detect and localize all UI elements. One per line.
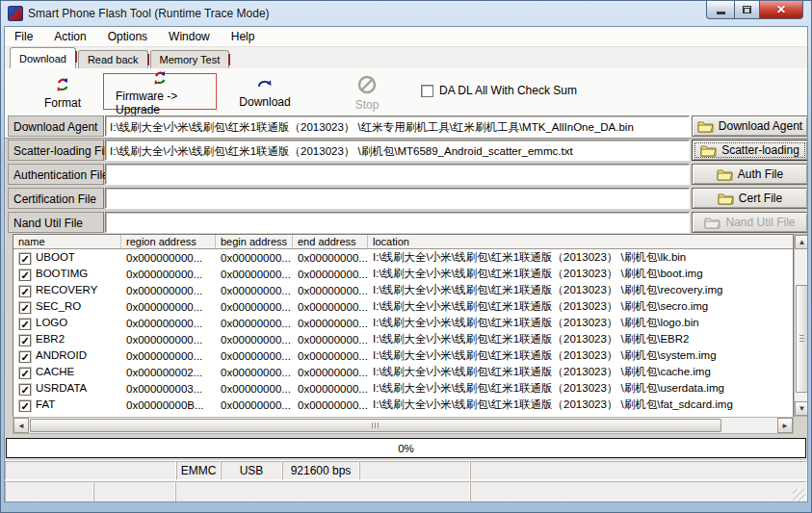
table-row-usrdata[interactable]: ✓USRDATA 0x000000003... 0x00000000... 0x… bbox=[13, 380, 793, 397]
status-cell-empty bbox=[175, 481, 470, 502]
row-checkbox[interactable]: ✓ bbox=[19, 302, 31, 314]
row-checkbox[interactable]: ✓ bbox=[19, 335, 31, 346]
scatter-loading-button[interactable]: Scatter-loading bbox=[692, 140, 808, 161]
row-checkbox[interactable]: ✓ bbox=[19, 368, 31, 379]
begin-address: 0x00000000... bbox=[216, 269, 293, 280]
menu-options[interactable]: Options bbox=[108, 30, 147, 43]
region-address: 0x000000000... bbox=[121, 301, 216, 313]
partition-name: LOGO bbox=[36, 317, 67, 328]
status-storage-type: EMMC bbox=[176, 461, 221, 480]
download-button[interactable]: Download bbox=[221, 74, 309, 113]
cert-file-label: Certification File bbox=[8, 188, 104, 209]
download-agent-button[interactable]: Download Agent bbox=[692, 115, 808, 137]
end-address: 0x00000000... bbox=[293, 350, 368, 362]
checksum-option[interactable]: DA DL All With Check Sum bbox=[421, 84, 577, 97]
end-address: 0x00000000... bbox=[293, 334, 368, 346]
region-address: 0x000000000... bbox=[121, 252, 216, 264]
table-row-uboot[interactable]: ✓UBOOT 0x000000000... 0x00000000... 0x00… bbox=[13, 249, 793, 266]
check-icon: ✓ bbox=[20, 302, 29, 314]
region-address: 0x000000000... bbox=[121, 318, 216, 329]
vertical-scrollbar[interactable]: ▲ ▼ bbox=[794, 234, 808, 417]
menu-help[interactable]: Help bbox=[231, 30, 255, 43]
col-location[interactable]: location bbox=[368, 235, 793, 248]
table-row-cache[interactable]: ✓CACHE 0x000000002... 0x00000000... 0x00… bbox=[13, 364, 793, 380]
menu-file[interactable]: File bbox=[14, 30, 33, 43]
firmware-upgrade-icon bbox=[152, 70, 168, 86]
col-name[interactable]: name bbox=[13, 235, 121, 248]
begin-address: 0x00000000... bbox=[216, 301, 293, 313]
auth-file-button[interactable]: Auth File bbox=[692, 164, 808, 185]
scroll-down-arrow-icon[interactable]: ▼ bbox=[795, 401, 808, 416]
cert-file-button[interactable]: Cert File bbox=[692, 188, 808, 209]
scroll-left-arrow-icon[interactable]: ◄ bbox=[13, 418, 29, 433]
table-row-bootimg[interactable]: ✓BOOTIMG 0x000000000... 0x00000000... 0x… bbox=[13, 266, 793, 282]
progress-bar: 0% bbox=[6, 438, 806, 458]
end-address: 0x00000000... bbox=[293, 318, 368, 329]
status-bar-secondary bbox=[5, 480, 807, 502]
checksum-checkbox[interactable] bbox=[421, 85, 433, 97]
row-checkbox[interactable]: ✓ bbox=[19, 286, 31, 297]
tab-divider bbox=[147, 54, 149, 65]
nand-util-button[interactable]: Nand Util File bbox=[692, 212, 808, 233]
status-cell-empty bbox=[359, 461, 470, 480]
folder-icon bbox=[718, 192, 734, 205]
nand-util-label: Nand Util File bbox=[8, 212, 104, 233]
nand-util-field[interactable] bbox=[105, 212, 690, 233]
location: I:\线刷大全\小米\线刷包\红米1联通版（2013023） \刷机包\fat_… bbox=[368, 398, 793, 412]
tab-download[interactable]: Download bbox=[10, 47, 76, 68]
table-row-android[interactable]: ✓ANDROID 0x000000000... 0x00000000... 0x… bbox=[13, 347, 793, 364]
stop-button[interactable]: Stop bbox=[323, 74, 411, 113]
tab-strip: Download Read back Memory Test bbox=[5, 47, 807, 68]
close-button[interactable]: ✕ bbox=[760, 1, 803, 19]
cert-file-field[interactable] bbox=[105, 188, 690, 209]
tab-memory-test[interactable]: Memory Test bbox=[150, 50, 230, 68]
row-checkbox[interactable]: ✓ bbox=[19, 400, 31, 412]
client-area: File Action Options Window Help Download… bbox=[4, 26, 808, 502]
row-checkbox[interactable]: ✓ bbox=[19, 269, 31, 281]
table-row-fat[interactable]: ✓FAT 0x00000000B... 0x00000000... 0x0000… bbox=[13, 397, 793, 413]
title-bar[interactable]: Smart Phone Flash Tool (Runtime Trace Mo… bbox=[1, 1, 811, 26]
folder-icon bbox=[700, 144, 717, 157]
horizontal-scrollbar[interactable]: ◄ ► bbox=[13, 417, 794, 434]
table-row-ebr2[interactable]: ✓EBR2 0x000000000... 0x00000000... 0x000… bbox=[13, 331, 793, 347]
end-address: 0x00000000... bbox=[293, 383, 368, 395]
format-icon bbox=[55, 77, 70, 92]
scroll-up-arrow-icon[interactable]: ▲ bbox=[795, 235, 808, 249]
vertical-scroll-thumb[interactable] bbox=[796, 285, 808, 393]
auth-file-field[interactable] bbox=[105, 164, 690, 185]
location: I:\线刷大全\小米\线刷包\红米1联通版（2013023） \刷机包\EBR2 bbox=[368, 332, 793, 346]
begin-address: 0x00000000... bbox=[216, 285, 293, 296]
row-checkbox[interactable]: ✓ bbox=[19, 253, 31, 265]
table-row-sec-ro[interactable]: ✓SEC_RO 0x000000000... 0x00000000... 0x0… bbox=[13, 298, 793, 315]
firmware-upgrade-button[interactable]: Firmware -> Upgrade bbox=[116, 74, 204, 113]
row-checkbox[interactable]: ✓ bbox=[19, 384, 31, 396]
app-icon bbox=[8, 6, 23, 21]
table-row-recovery[interactable]: ✓RECOVERY 0x000000000... 0x00000000... 0… bbox=[13, 282, 793, 298]
region-address: 0x000000000... bbox=[121, 334, 216, 346]
col-end-address[interactable]: end address bbox=[293, 235, 368, 248]
maximize-button[interactable] bbox=[734, 1, 760, 19]
row-checkbox[interactable]: ✓ bbox=[19, 351, 31, 363]
table-row-logo[interactable]: ✓LOGO 0x000000000... 0x00000000... 0x000… bbox=[13, 315, 793, 331]
minimize-button[interactable] bbox=[706, 1, 734, 19]
format-button[interactable]: Format bbox=[18, 74, 107, 113]
row-checkbox[interactable]: ✓ bbox=[19, 319, 31, 330]
check-icon: ✓ bbox=[20, 286, 29, 297]
scatter-file-field[interactable]: I:\线刷大全\小米\线刷包\红米1联通版（2013023） \刷机包\MT65… bbox=[105, 140, 690, 161]
menu-action[interactable]: Action bbox=[54, 30, 86, 43]
col-region-address[interactable]: region address bbox=[121, 235, 216, 248]
menu-window[interactable]: Window bbox=[169, 30, 210, 43]
download-agent-field[interactable]: I:\线刷大全\小米\线刷包\红米1联通版（2013023） \红米专用刷机工具… bbox=[105, 115, 690, 137]
resize-grip-icon[interactable] bbox=[793, 489, 805, 501]
scroll-right-arrow-icon[interactable]: ► bbox=[777, 418, 793, 433]
col-begin-address[interactable]: begin address bbox=[216, 235, 293, 248]
tab-read-back[interactable]: Read back bbox=[78, 50, 148, 68]
folder-icon bbox=[697, 120, 714, 133]
location: I:\线刷大全\小米\线刷包\红米1联通版（2013023） \刷机包\syst… bbox=[368, 348, 793, 363]
window-title: Smart Phone Flash Tool (Runtime Trace Mo… bbox=[28, 7, 270, 20]
status-cell-empty bbox=[470, 481, 807, 502]
menu-bar: File Action Options Window Help bbox=[5, 27, 807, 47]
region-address: 0x000000000... bbox=[121, 285, 216, 296]
folder-icon bbox=[717, 168, 733, 181]
horizontal-scroll-thumb[interactable] bbox=[30, 419, 721, 432]
